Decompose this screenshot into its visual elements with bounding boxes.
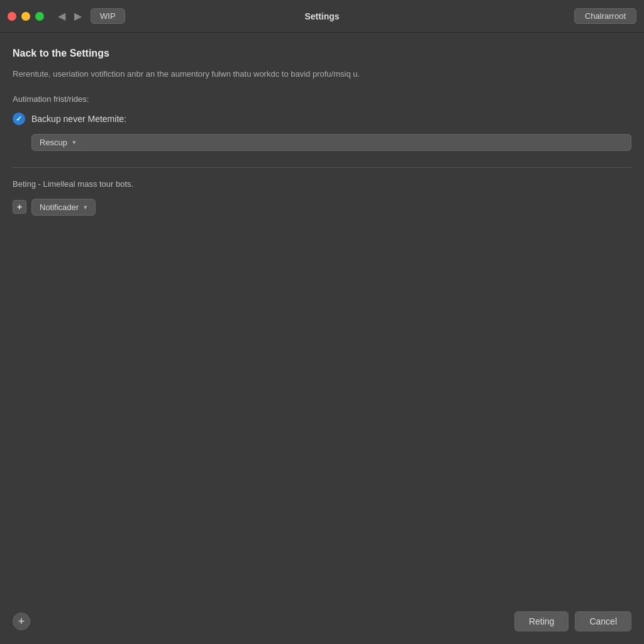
notificader-row: + Notificader ▾ [13,199,631,216]
back-arrow-button[interactable]: ◀ [54,9,69,23]
cancel-button[interactable]: Cancel [575,611,631,631]
backup-checkbox-row: Backup never Metemite: [13,113,631,125]
forward-arrow-button[interactable]: ▶ [70,9,86,23]
automation-label: Autimation frist/rides: [13,94,631,104]
main-content: Nack to the Settings Rerentute, useriati… [0,33,644,644]
backup-checkbox-label: Backup never Metemite: [31,114,126,124]
backup-checkbox[interactable] [13,113,25,125]
section-divider [13,167,631,168]
add-button[interactable]: + [13,613,30,630]
rescup-dropdown-label: Rescup [40,138,67,147]
chevron-down-icon: ▾ [84,203,87,211]
wip-button[interactable]: WIP [91,8,125,24]
notificader-dropdown[interactable]: Notificader ▾ [31,199,96,216]
rescup-dropdown[interactable]: Rescup ▾ [31,134,631,151]
notificader-dropdown-label: Notificader [40,203,79,212]
reting-button[interactable]: Reting [514,611,569,631]
traffic-lights [8,12,44,21]
nav-arrows: ◀ ▶ [54,9,86,23]
close-button[interactable] [8,12,16,21]
spacer [13,228,631,604]
beting-label: Beting - Limelleal mass tour bots. [13,179,631,189]
chevron-down-icon: ▾ [72,138,76,147]
action-buttons: Reting Cancel [514,611,631,631]
maximize-button[interactable] [35,12,44,21]
section-title: Nack to the Settings [13,48,631,59]
description-text: Rerentute, useriation votifiction anbr a… [13,68,631,80]
add-notificader-button[interactable]: + [13,200,26,214]
minimize-button[interactable] [21,12,30,21]
bottom-bar: + Reting Cancel [13,604,631,631]
window-title: Settings [304,11,339,21]
titlebar: ◀ ▶ WIP Settings Chalrarroot [0,0,644,33]
chalrarroot-button[interactable]: Chalrarroot [574,8,636,24]
